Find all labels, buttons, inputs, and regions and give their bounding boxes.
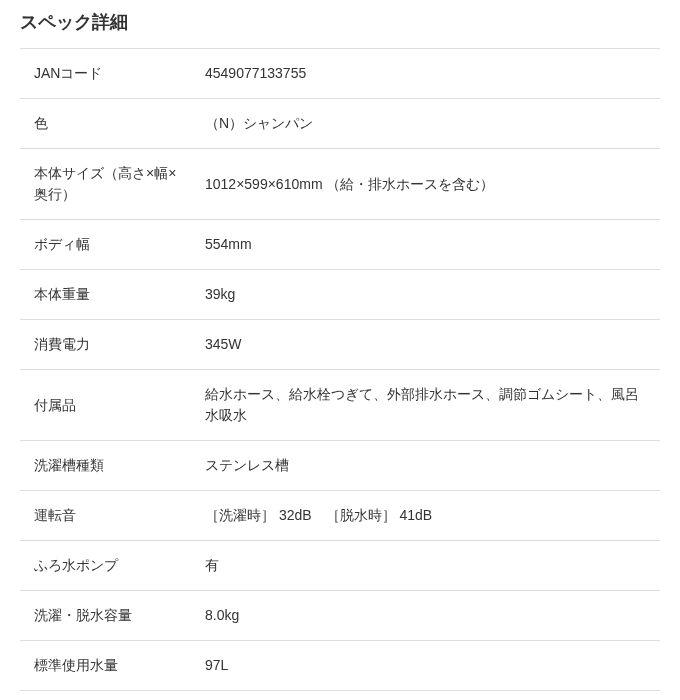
spec-value: 4549077133755 xyxy=(195,49,660,99)
table-row: 消費電力345W xyxy=(20,320,660,370)
spec-value: 8.0kg xyxy=(195,591,660,641)
spec-value: （N）シャンパン xyxy=(195,99,660,149)
spec-label: 運転音 xyxy=(20,491,195,541)
spec-value: 345W xyxy=(195,320,660,370)
spec-label: 洗濯・脱水容量 xyxy=(20,591,195,641)
table-row: 本体重量39kg xyxy=(20,270,660,320)
spec-label: 本体重量 xyxy=(20,270,195,320)
spec-container: スペック詳細 JANコード4549077133755色（N）シャンパン本体サイズ… xyxy=(0,0,680,700)
table-row: 洗浄方式/乾燥方式［洗浄方式］ 即効泡洗浄 ［乾燥方式］ 送風乾燥 （2kg） xyxy=(20,691,660,701)
spec-label: 本体サイズ（高さ×幅×奥行） xyxy=(20,149,195,220)
spec-value: 1012×599×610mm （給・排水ホースを含む） xyxy=(195,149,660,220)
spec-table: JANコード4549077133755色（N）シャンパン本体サイズ（高さ×幅×奥… xyxy=(20,48,660,700)
spec-value: 39kg xyxy=(195,270,660,320)
table-row: 洗濯槽種類ステンレス槽 xyxy=(20,441,660,491)
spec-label: 洗浄方式/乾燥方式 xyxy=(20,691,195,701)
spec-value: ［洗浄方式］ 即効泡洗浄 ［乾燥方式］ 送風乾燥 （2kg） xyxy=(195,691,660,701)
table-row: 付属品給水ホース、給水栓つぎて、外部排水ホース、調節ゴムシート、風呂水吸水 xyxy=(20,370,660,441)
spec-label: 標準使用水量 xyxy=(20,641,195,691)
spec-label: ボディ幅 xyxy=(20,220,195,270)
spec-label: 洗濯槽種類 xyxy=(20,441,195,491)
spec-value: ステンレス槽 xyxy=(195,441,660,491)
spec-label: ふろ水ポンプ xyxy=(20,541,195,591)
spec-value: 給水ホース、給水栓つぎて、外部排水ホース、調節ゴムシート、風呂水吸水 xyxy=(195,370,660,441)
table-row: JANコード4549077133755 xyxy=(20,49,660,99)
spec-label: 付属品 xyxy=(20,370,195,441)
table-row: 洗濯・脱水容量8.0kg xyxy=(20,591,660,641)
spec-value: 554mm xyxy=(195,220,660,270)
section-title: スペック詳細 xyxy=(20,0,660,48)
table-row: ふろ水ポンプ有 xyxy=(20,541,660,591)
table-row: ボディ幅554mm xyxy=(20,220,660,270)
table-row: 色（N）シャンパン xyxy=(20,99,660,149)
table-row: 本体サイズ（高さ×幅×奥行）1012×599×610mm （給・排水ホースを含む… xyxy=(20,149,660,220)
table-row: 標準使用水量97L xyxy=(20,641,660,691)
spec-label: 消費電力 xyxy=(20,320,195,370)
table-row: 運転音［洗濯時］ 32dB ［脱水時］ 41dB xyxy=(20,491,660,541)
spec-value: 97L xyxy=(195,641,660,691)
spec-value: 有 xyxy=(195,541,660,591)
spec-label: JANコード xyxy=(20,49,195,99)
spec-label: 色 xyxy=(20,99,195,149)
spec-value: ［洗濯時］ 32dB ［脱水時］ 41dB xyxy=(195,491,660,541)
